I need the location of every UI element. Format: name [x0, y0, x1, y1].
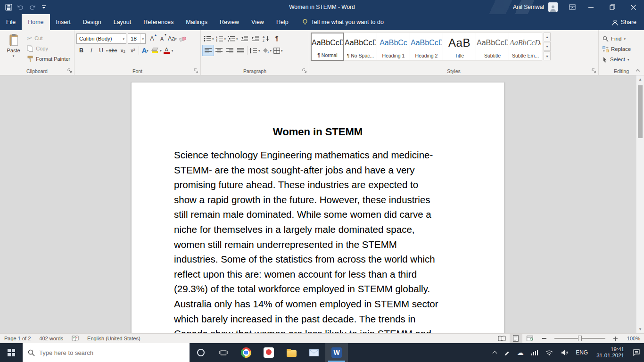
ribbon-display-options-button[interactable]: [564, 0, 580, 14]
document-title[interactable]: Women in STEMM: [174, 126, 462, 138]
format-painter-button[interactable]: Format Painter: [25, 54, 72, 64]
page-indicator[interactable]: Page 1 of 2: [0, 334, 35, 343]
taskbar-search-input[interactable]: [39, 349, 184, 356]
paragraph-dialog-launcher[interactable]: [302, 68, 307, 74]
font-dialog-launcher[interactable]: [194, 68, 199, 74]
redo-button[interactable]: [26, 1, 38, 13]
share-button[interactable]: Share: [604, 14, 644, 30]
pinned-app-button[interactable]: [257, 343, 280, 362]
bullets-button[interactable]: ▾: [203, 33, 215, 44]
mail-button[interactable]: [303, 343, 325, 362]
styles-more-button[interactable]: ▼: [544, 51, 551, 60]
style-subtle-emphasis[interactable]: AaBbCcDc Subtle Em...: [509, 33, 542, 61]
word-taskbar-button[interactable]: W: [325, 343, 348, 362]
line-spacing-button[interactable]: ▾: [248, 45, 261, 56]
pen-tray-button[interactable]: [500, 343, 513, 362]
taskbar-search-box[interactable]: [23, 343, 190, 362]
tell-me-box[interactable]: Tell me what you want to do: [302, 14, 384, 30]
sort-button[interactable]: AZ: [261, 33, 272, 44]
tab-design[interactable]: Design: [77, 14, 107, 30]
strikethrough-button[interactable]: abc: [108, 45, 118, 56]
font-name-input[interactable]: [77, 36, 121, 41]
chrome-taskbar-icon[interactable]: [235, 343, 257, 362]
task-view-button[interactable]: [212, 343, 235, 362]
wifi-tray-button[interactable]: [542, 343, 557, 362]
shrink-font-button[interactable]: A▼: [157, 33, 167, 44]
decrease-indent-button[interactable]: [239, 33, 250, 44]
tab-file[interactable]: File: [0, 14, 22, 30]
network-tray-button[interactable]: [528, 343, 542, 362]
style-no-spacing[interactable]: AaBbCcDc ¶ No Spac...: [344, 33, 377, 61]
font-color-button[interactable]: A: [162, 45, 172, 56]
document-body-text[interactable]: Science technology Engineering mathemati…: [174, 148, 462, 333]
find-button[interactable]: Find ▾: [601, 34, 633, 43]
font-size-combo[interactable]: ▾: [128, 33, 146, 44]
word-count[interactable]: 402 words: [35, 334, 67, 343]
taskbar-clock[interactable]: 19:41 31-01-2021: [592, 343, 629, 362]
vertical-scrollbar[interactable]: ▲ ▼: [636, 75, 644, 333]
hidden-icons-button[interactable]: [489, 343, 500, 362]
zoom-slider[interactable]: [554, 338, 605, 339]
align-center-button[interactable]: [214, 45, 224, 56]
clipboard-dialog-launcher[interactable]: [67, 68, 73, 74]
zoom-out-button[interactable]: [538, 334, 551, 343]
superscript-button[interactable]: x²: [128, 45, 138, 56]
font-size-input[interactable]: [128, 36, 140, 41]
save-button[interactable]: [3, 1, 14, 13]
tab-insert[interactable]: Insert: [50, 14, 77, 30]
print-layout-button[interactable]: [510, 334, 522, 343]
show-hide-pilcrow-button[interactable]: ¶: [272, 33, 282, 44]
text-effects-button[interactable]: A▾: [140, 45, 150, 56]
style-normal[interactable]: AaBbCcDc ¶ Normal: [311, 33, 344, 61]
user-avatar[interactable]: [548, 2, 558, 12]
undo-button[interactable]: [15, 1, 26, 13]
close-button[interactable]: [623, 0, 644, 14]
customize-quick-access-toolbar-button[interactable]: [38, 1, 50, 13]
minimize-button[interactable]: [580, 0, 602, 14]
italic-button[interactable]: I: [86, 45, 96, 56]
tab-review[interactable]: Review: [214, 14, 245, 30]
bold-button[interactable]: B: [76, 45, 86, 56]
style-heading-2[interactable]: AaBbCcD Heading 2: [410, 33, 443, 61]
font-name-caret-icon[interactable]: ▾: [121, 34, 126, 43]
change-case-button[interactable]: Aa▾: [167, 33, 178, 44]
restore-button[interactable]: [602, 0, 623, 14]
clear-formatting-button[interactable]: [178, 33, 188, 44]
font-size-caret-icon[interactable]: ▾: [140, 34, 145, 43]
action-center-button[interactable]: [629, 343, 644, 362]
replace-button[interactable]: Replace: [601, 44, 633, 54]
font-name-combo[interactable]: ▾: [76, 33, 126, 44]
tab-help[interactable]: Help: [270, 14, 295, 30]
file-explorer-button[interactable]: [280, 343, 303, 362]
zoom-level[interactable]: 100%: [627, 336, 640, 341]
paste-button[interactable]: Paste ▾: [2, 32, 25, 67]
tab-mailings[interactable]: Mailings: [180, 14, 214, 30]
web-layout-button[interactable]: [524, 334, 537, 343]
language-tray-button[interactable]: ENG: [572, 343, 592, 362]
tab-layout[interactable]: Layout: [107, 14, 138, 30]
justify-button[interactable]: [235, 45, 246, 56]
scroll-up-arrow[interactable]: ▲: [636, 75, 644, 83]
shading-button[interactable]: ▾: [261, 45, 273, 56]
tab-home[interactable]: Home: [22, 14, 50, 30]
language-indicator[interactable]: English (United States): [83, 334, 145, 343]
style-subtitle[interactable]: AaBbCcD Subtitle: [476, 33, 509, 61]
grow-font-button[interactable]: A▲: [147, 33, 157, 44]
volume-tray-button[interactable]: [557, 343, 572, 362]
style-heading-1[interactable]: AaBbCc Heading 1: [377, 33, 410, 61]
borders-button[interactable]: ▾: [272, 45, 284, 56]
subscript-button[interactable]: x₂: [118, 45, 128, 56]
copy-button[interactable]: Copy: [25, 43, 72, 54]
scroll-down-arrow[interactable]: ▼: [636, 325, 644, 333]
zoom-slider-thumb[interactable]: [578, 336, 582, 341]
align-right-button[interactable]: [224, 45, 235, 56]
document-page[interactable]: Women in STEMM Science technology Engine…: [131, 82, 504, 333]
zoom-in-button[interactable]: [609, 334, 622, 343]
select-button[interactable]: Select ▾: [601, 55, 633, 64]
font-color-caret-icon[interactable]: ▾: [172, 49, 173, 52]
scrollbar-thumb[interactable]: [638, 85, 643, 138]
styles-scroll-up-button[interactable]: ▲: [544, 33, 551, 41]
onedrive-tray-button[interactable]: ☁: [513, 343, 528, 362]
styles-dialog-launcher[interactable]: [592, 68, 597, 74]
style-title[interactable]: AaB Title: [443, 33, 476, 61]
